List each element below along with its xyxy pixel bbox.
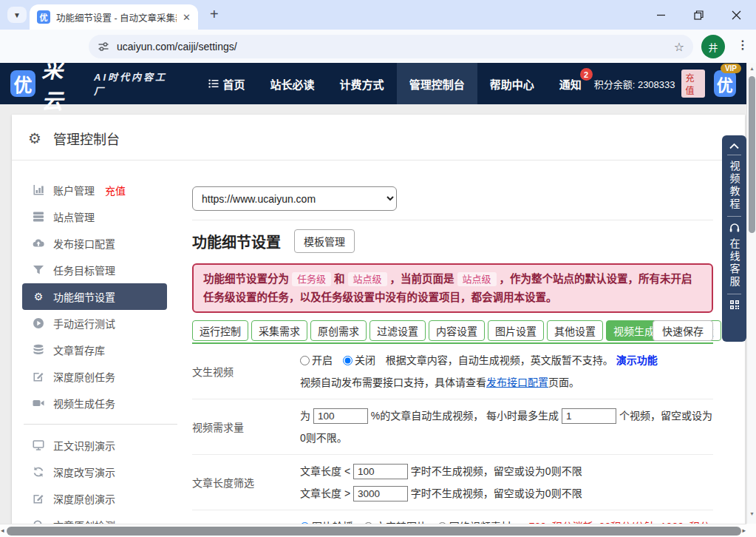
window-close-icon[interactable] <box>732 10 741 20</box>
tab-run-control[interactable]: 运行控制 <box>192 320 248 341</box>
new-tab-button[interactable]: + <box>210 6 219 23</box>
row-label: 视频需求量 <box>192 405 300 449</box>
filter-icon <box>33 264 44 276</box>
window-minimize-icon[interactable] <box>656 10 666 20</box>
sidebar-item-label: 视频生成任务 <box>53 396 115 411</box>
sidebar-item-article-buffer[interactable]: 文章暂存库 <box>22 337 179 363</box>
section-title: 功能细节设置 <box>192 231 281 252</box>
sidebar-recharge-link[interactable]: 充值 <box>105 183 126 197</box>
sidebar-item-deep-original-task[interactable]: 深度原创任务 <box>22 363 179 390</box>
section-divider <box>192 220 713 220</box>
browser-titlebar: ▼ 优 功能细节设置 - 自动文章采集器 ✕ + <box>0 0 756 30</box>
nav-item-label: 计费方式 <box>340 76 384 92</box>
qr-code-icon[interactable] <box>729 300 740 310</box>
horizontal-scroll-thumb[interactable] <box>7 527 741 536</box>
form-row-length-filter: 文章长度筛选 文章长度 < 字时不生成视频，留空或设为0则不限 文章长度 > 字… <box>192 455 713 510</box>
video-tutorial-link[interactable]: 视频教程 <box>727 161 742 211</box>
scroll-left-arrow-icon[interactable]: ◂ <box>1 527 4 534</box>
quick-save-button[interactable]: 快速保存 <box>653 320 713 341</box>
tab-collect-demand[interactable]: 采集需求 <box>251 320 307 341</box>
video-percent-input[interactable] <box>313 408 368 424</box>
nav-item-label: 首页 <box>223 76 245 92</box>
video-camera-icon <box>33 397 44 409</box>
sidebar: 账户管理 充值 站点管理 发布接口配置 任务目标管理 ⚙ 功能细节设置 手动 <box>22 177 179 537</box>
panel-divider <box>727 216 741 217</box>
tab-search-chevron-icon[interactable]: ▼ <box>7 7 27 23</box>
sidebar-item-label: 发布接口配置 <box>53 236 115 251</box>
user-avatar[interactable]: 优 VIP <box>714 70 736 97</box>
sidebar-item-publish-api[interactable]: 发布接口配置 <box>22 230 179 257</box>
notice-text: 和 <box>334 273 345 285</box>
publish-api-link[interactable]: 发布接口配置 <box>486 376 548 388</box>
nav-item-label: 通知 <box>559 76 582 92</box>
url-text[interactable]: ucaiyun.com/caiji/settings/ <box>117 41 667 53</box>
tag-task-level: 任务级 <box>292 272 331 286</box>
tag-site-level: 站点级 <box>457 272 497 286</box>
site-logo[interactable]: 优 采云 <box>0 63 85 115</box>
max-length-input[interactable] <box>353 486 408 501</box>
sidebar-item-sites[interactable]: 站点管理 <box>22 203 179 230</box>
site-select[interactable]: https://www.ucaiyun.com <box>192 186 397 211</box>
nav-item-notifications[interactable]: 通知 2 <box>547 63 594 104</box>
radio-enable-input[interactable] <box>300 356 310 365</box>
window-restore-icon[interactable] <box>694 10 704 20</box>
tab-image-settings[interactable]: 图片设置 <box>488 320 544 341</box>
list-icon <box>208 78 219 89</box>
headset-icon[interactable] <box>729 222 740 233</box>
sidebar-item-deep-rewrite-demo[interactable]: 深度改写演示 <box>22 459 179 485</box>
cloud-upload-icon <box>33 237 44 249</box>
sidebar-item-label: 站点管理 <box>53 209 95 224</box>
floating-help-panel: 视频教程 在线客服 <box>722 135 746 342</box>
monitor-icon <box>33 439 44 451</box>
demo-feature-link[interactable]: 演示功能 <box>616 354 658 366</box>
nav-item-help[interactable]: 帮助中心 <box>477 63 547 104</box>
scroll-down-arrow-icon[interactable]: ▾ <box>747 510 756 517</box>
url-bar[interactable]: ucaiyun.com/caiji/settings/ ☆ <box>89 35 693 58</box>
nav-item-home[interactable]: 首页 <box>196 63 258 104</box>
tab-content-settings[interactable]: 内容设置 <box>429 320 485 341</box>
scroll-up-arrow-icon[interactable]: ▴ <box>747 65 756 72</box>
row-description: 字时不生成视频，留空或设为0则不限 <box>411 487 582 499</box>
chevron-up-icon[interactable] <box>729 143 740 149</box>
sidebar-item-body-recognition-demo[interactable]: 正文识别演示 <box>22 432 179 459</box>
sidebar-item-label: 深度原创任务 <box>53 369 115 384</box>
form-row-text-to-video: 文生视频 开启 关闭 根据文章内容，自动生成视频，英文版暂不支持。 演示功能 视… <box>192 344 713 399</box>
nav-item-console[interactable]: 管理控制台 <box>397 63 477 104</box>
notice-text: ，当前页面是 <box>390 273 454 285</box>
sidebar-item-function-settings[interactable]: ⚙ 功能细节设置 <box>22 283 167 310</box>
nav-item-must-read[interactable]: 站长必读 <box>258 63 327 104</box>
sidebar-item-manual-test[interactable]: 手动运行测试 <box>22 310 179 337</box>
sidebar-item-deep-original-demo[interactable]: 深度原创演示 <box>22 485 179 512</box>
online-service-link[interactable]: 在线客服 <box>727 238 742 288</box>
radio-disable-input[interactable] <box>343 356 353 365</box>
tab-close-icon[interactable]: ✕ <box>183 12 191 23</box>
row-description: 为 <box>300 410 310 422</box>
browser-menu-icon[interactable]: ⋮ <box>737 38 749 52</box>
console-card: ⚙ 管理控制台 账户管理 充值 站点管理 发布接口配置 任务目标管理 <box>12 115 745 537</box>
browser-tab[interactable]: 优 功能细节设置 - 自动文章采集器 ✕ <box>30 4 198 30</box>
nav-item-billing[interactable]: 计费方式 <box>327 63 397 104</box>
template-manage-button[interactable]: 模板管理 <box>294 229 355 253</box>
browser-profile-avatar[interactable]: 井 <box>701 35 725 58</box>
horizontal-scrollbar[interactable]: ◂ ▸ <box>0 524 746 537</box>
radio-label: 关闭 <box>355 354 375 366</box>
vertical-scroll-thumb[interactable] <box>749 76 755 233</box>
recharge-button[interactable]: 充值 <box>681 70 705 98</box>
sidebar-item-label: 手动运行测试 <box>53 316 115 331</box>
vertical-scrollbar[interactable]: ▴ ▾ <box>746 63 756 524</box>
tab-filter-settings[interactable]: 过滤设置 <box>370 320 426 341</box>
min-length-input[interactable] <box>353 464 408 479</box>
tab-original-demand[interactable]: 原创需求 <box>310 320 367 341</box>
bookmark-star-icon[interactable]: ☆ <box>674 40 684 54</box>
sidebar-item-task-targets[interactable]: 任务目标管理 <box>22 257 179 283</box>
sidebar-item-video-task[interactable]: 视频生成任务 <box>22 390 179 416</box>
sidebar-item-account[interactable]: 账户管理 充值 <box>22 177 179 203</box>
radio-enable[interactable]: 开启 <box>300 354 333 366</box>
row-description: 文章长度 > <box>300 487 350 499</box>
max-videos-per-hour-input[interactable] <box>562 408 616 424</box>
site-settings-tune-icon[interactable] <box>98 41 109 53</box>
scroll-right-arrow-icon[interactable]: ▸ <box>742 527 746 534</box>
tab-other-settings[interactable]: 其他设置 <box>547 320 603 341</box>
radio-disable[interactable]: 关闭 <box>343 354 375 366</box>
notification-badge: 2 <box>580 68 593 81</box>
